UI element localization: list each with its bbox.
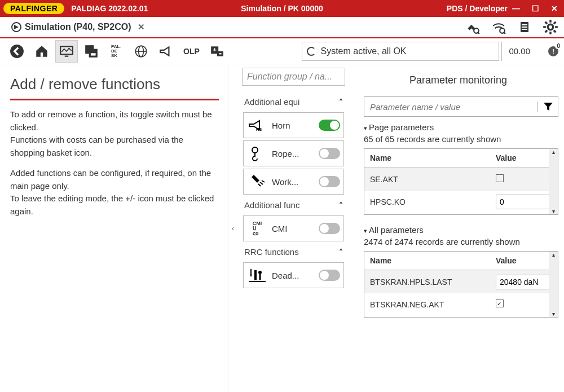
param-name: BTSKRAN.NEG.AKT [364,300,490,309]
globe-button[interactable] [130,40,152,63]
table-row[interactable]: BTSKRAN.NEG.AKT [364,293,558,315]
window-close-button[interactable]: ✕ [548,4,561,13]
group-additional-functions[interactable]: Additional func˄ [240,197,347,213]
title-underline [10,99,219,100]
window-maximize-button[interactable]: ☐ [529,4,541,13]
function-list-panel: Function group / na... Additional equi˄ … [237,64,350,391]
table-row[interactable]: BTSKRAN.HPLS.LAST [364,270,558,293]
all-parameters-count: 2474 of 2474 records are currently shown [364,237,558,246]
svg-rect-7 [522,27,527,28]
deadman-icon [247,268,267,283]
olp-button[interactable]: OLP [179,40,204,63]
scrollbar[interactable]: ▴▾ [549,252,558,317]
value-input[interactable] [496,195,552,209]
help-text-1: To add or remove a function, its toggle … [10,108,218,159]
worklight-icon [247,174,267,190]
param-panel-title: Parameter monitoring [358,74,558,86]
function-group-search[interactable]: Function group / na... [242,68,345,86]
group-rrc-functions[interactable]: RRC functions˄ [240,244,347,260]
toggle-work[interactable] [319,176,340,187]
wifi-search-icon[interactable] [491,19,506,35]
table-row[interactable]: SE.AKT [364,168,558,190]
function-horn[interactable]: H6 Horn [243,112,344,138]
error-badge-icon[interactable]: ! 0 [548,46,558,56]
title-right: PDS / Developer [447,4,508,13]
value-input[interactable] [496,275,552,289]
status-number: 00.00 [501,42,537,61]
svg-point-18 [10,45,24,58]
monitor-screen-button[interactable] [55,40,78,63]
titlebar: PALFINGER PALDIAG 2022.02.01 Simulation … [0,0,564,17]
parameter-search[interactable] [364,96,558,117]
tab-tools [465,19,558,35]
save-disk-button[interactable] [80,40,103,63]
status-text: System active, all OK [320,46,406,56]
home-button[interactable] [30,40,53,63]
svg-text:H6: H6 [256,127,262,132]
page-title: Add / remove functions [10,76,218,93]
function-rope[interactable]: Rope... [243,140,344,166]
svg-line-34 [258,184,261,186]
chevron-up-icon: ˄ [339,98,343,107]
svg-line-2 [478,32,479,34]
svg-line-36 [262,180,265,182]
svg-line-35 [260,182,263,184]
parameter-panel: Parameter monitoring Page parameters 65 … [350,64,564,391]
group-additional-equipment[interactable]: Additional equi˄ [240,94,347,110]
toggle-rope[interactable] [319,148,340,159]
page-parameters-header[interactable]: Page parameters [364,122,558,132]
paldesk-button[interactable]: PAL-DESK [105,40,127,63]
svg-line-4 [504,32,505,34]
horn-tool-button[interactable] [155,40,177,63]
tab-close-icon[interactable]: ✕ [138,22,145,32]
function-cmi[interactable]: CMIᑌᴄᴏ CMI [243,215,344,241]
left-panel: Add / remove functions To add or remove … [0,64,228,391]
svg-line-16 [545,30,548,33]
plug-search-icon[interactable] [465,19,481,35]
tab-label: Simulation (P40, SP2CO) [25,22,131,32]
toggle-horn[interactable] [319,120,340,131]
parameter-search-input[interactable] [364,102,537,112]
toggle-cmi[interactable] [319,223,340,234]
filter-icon[interactable] [537,102,558,112]
horn-icon: H6 [247,118,267,132]
svg-line-14 [545,22,548,24]
checkbox[interactable] [496,174,504,182]
column-value-header: Value [490,149,558,167]
param-name: BTSKRAN.HPLS.LAST [364,278,490,287]
function-label: Dead... [272,271,314,280]
help-text-2: Added functions can be configured, if re… [10,167,218,218]
gear-icon[interactable] [543,19,558,35]
table-row[interactable]: HPSC.KO [364,190,558,213]
function-deadman[interactable]: Dead... [243,262,344,288]
app-name: PALDIAG 2022.02.01 [71,4,148,13]
clipboard-icon[interactable] [517,19,532,35]
back-button[interactable] [6,40,28,63]
svg-text:+: + [213,46,216,53]
toolbar: PAL-DESK OLP + System active, all OK 00.… [0,38,564,64]
svg-rect-38 [254,270,257,280]
function-label: CMI [272,224,314,234]
svg-line-17 [554,22,556,24]
play-icon [11,22,21,32]
column-name-header: Name [364,149,490,167]
all-parameters-header[interactable]: All parameters [364,225,558,235]
checkbox[interactable] [496,299,504,307]
add-remove-button[interactable]: + [206,40,228,63]
function-work[interactable]: Work... [243,169,344,195]
page-parameters-count: 65 of 65 records are currently shown [364,134,558,144]
toggle-deadman[interactable] [319,270,340,281]
chevron-up-icon: ˄ [339,201,343,210]
collapse-left-handle[interactable]: ‹ [228,64,237,391]
svg-line-15 [554,30,556,33]
window-minimize-button[interactable]: — [510,4,522,13]
main-area: Add / remove functions To add or remove … [0,64,564,391]
spinner-icon [307,47,316,56]
column-value-header: Value [490,252,558,270]
function-label: Horn [272,121,314,130]
scrollbar[interactable]: ▴▾ [549,149,558,214]
svg-point-39 [258,271,262,274]
tab-simulation[interactable]: Simulation (P40, SP2CO) ✕ [6,20,151,34]
all-parameters-table: Name Value BTSKRAN.HPLS.LAST BTSKRAN.NEG… [364,251,558,318]
chevron-up-icon: ˄ [339,248,343,257]
